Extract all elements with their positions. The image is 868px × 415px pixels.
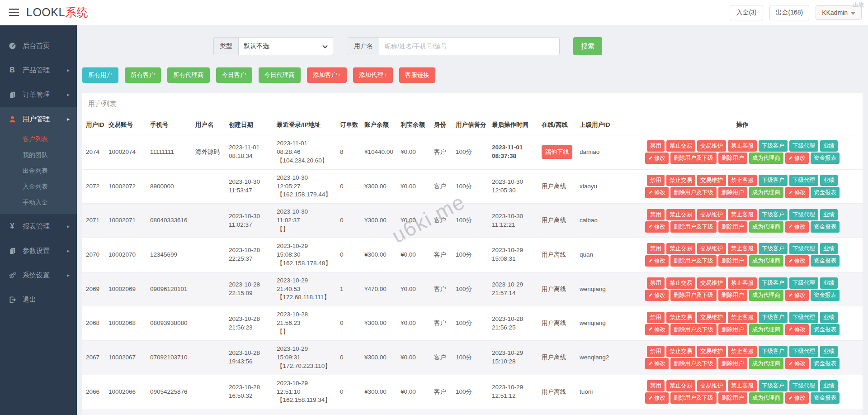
become-agent-button[interactable]: 成为代理商 [749,358,784,369]
ban-support-button[interactable]: 禁止客服 [728,346,757,357]
edit-user-button[interactable]: 修改 [645,153,669,164]
sub-agents-button[interactable]: 下级代理 [789,346,818,357]
delete-user-and-subs-button[interactable]: 删除用户及下级 [670,187,717,198]
sidebar-item-order-management[interactable]: 订单管理▸ [0,82,77,107]
sub-customers-button[interactable]: 下级客户 [759,380,788,391]
delete-user-button[interactable]: 删除用户 [718,290,747,301]
disable-user-button[interactable]: 禁用 [647,209,665,220]
sub-agents-button[interactable]: 下级代理 [789,277,818,289]
delete-user-button[interactable]: 删除用户 [718,324,747,335]
sub-customers-button[interactable]: 下级客户 [759,277,788,289]
delete-user-and-subs-button[interactable]: 删除用户及下级 [670,392,717,404]
edit-user-button[interactable]: 修改 [645,221,669,233]
username-input[interactable] [379,37,560,55]
become-agent-button[interactable]: 成为代理商 [749,255,784,267]
ban-support-button[interactable]: 禁止客服 [728,140,757,152]
edit-user-2-button[interactable]: 修改 [785,290,809,301]
become-agent-button[interactable]: 成为代理商 [749,324,784,335]
ban-trade-button[interactable]: 禁止交易 [666,175,695,186]
sub-agents-button[interactable]: 下级代理 [789,175,818,186]
ban-trade-button[interactable]: 禁止交易 [666,346,695,357]
sidebar-item-report-management[interactable]: ¥报表管理▸ [0,214,77,239]
ban-trade-button[interactable]: 禁止交易 [666,277,695,289]
support-link-button[interactable]: 客服链接 [399,67,435,83]
fund-report-button[interactable]: 资金报表 [811,324,840,335]
disable-user-button[interactable]: 禁用 [647,277,665,289]
edit-user-button[interactable]: 修改 [645,358,669,369]
delete-user-and-subs-button[interactable]: 删除用户及下级 [670,153,717,164]
sub-customers-button[interactable]: 下级客户 [759,346,788,357]
disable-user-button[interactable]: 禁用 [647,175,665,186]
sidebar-subitem-manual-deposit[interactable]: 手动入金 [0,195,77,210]
become-agent-button[interactable]: 成为代理商 [749,153,784,164]
edit-user-button[interactable]: 修改 [645,255,669,267]
sidebar-subitem-deposit-list[interactable]: 入金列表 [0,179,77,195]
edit-user-2-button[interactable]: 修改 [785,358,809,369]
ban-trade-button[interactable]: 禁止交易 [666,312,695,323]
ban-support-button[interactable]: 禁止客服 [728,175,757,186]
edit-user-button[interactable]: 修改 [645,187,669,198]
withdraw-button[interactable]: 出金(168) [769,5,810,20]
sidebar-subitem-customer-list[interactable]: 客户列表 [0,131,77,147]
trade-maintenance-button[interactable]: 交易维护 [697,243,726,254]
fund-report-button[interactable]: 资金报表 [811,290,840,301]
delete-user-and-subs-button[interactable]: 删除用户及下级 [670,324,717,335]
sub-customers-button[interactable]: 下级客户 [759,312,788,323]
kick-offline-button[interactable]: 踢他下线 [542,145,572,159]
ban-trade-button[interactable]: 禁止交易 [666,140,695,152]
disable-user-button[interactable]: 禁用 [647,312,665,323]
edit-user-2-button[interactable]: 修改 [785,255,809,267]
delete-user-button[interactable]: 删除用户 [718,392,747,404]
performance-button[interactable]: 业绩 [820,312,838,323]
sub-agents-button[interactable]: 下级代理 [789,380,818,391]
performance-button[interactable]: 业绩 [820,277,838,289]
delete-user-button[interactable]: 删除用户 [718,153,747,164]
sub-agents-button[interactable]: 下级代理 [789,243,818,254]
all-users-button[interactable]: 所有用户 [82,67,118,83]
edit-user-button[interactable]: 修改 [645,392,669,404]
today-customers-button[interactable]: 今日客户 [216,67,252,83]
ban-support-button[interactable]: 禁止客服 [728,380,757,391]
add-customer-button[interactable]: 添加客户+ [307,67,347,83]
ban-support-button[interactable]: 禁止客服 [728,209,757,220]
fund-report-button[interactable]: 资金报表 [811,221,840,233]
deposit-button[interactable]: 入金(3) [730,5,763,20]
sidebar-subitem-my-team[interactable]: 我的团队 [0,147,77,163]
trade-maintenance-button[interactable]: 交易维护 [697,312,726,323]
become-agent-button[interactable]: 成为代理商 [749,290,784,301]
sidebar-item-dashboard-home[interactable]: 后台首页 [0,33,77,58]
ban-trade-button[interactable]: 禁止交易 [666,380,695,391]
hamburger-menu-icon[interactable] [9,9,19,16]
delete-user-and-subs-button[interactable]: 删除用户及下级 [670,255,717,267]
sub-customers-button[interactable]: 下级客户 [759,209,788,220]
become-agent-button[interactable]: 成为代理商 [749,187,784,198]
sub-customers-button[interactable]: 下级客户 [759,243,788,254]
fund-report-button[interactable]: 资金报表 [811,358,840,369]
delete-user-button[interactable]: 删除用户 [718,358,747,369]
delete-user-and-subs-button[interactable]: 删除用户及下级 [670,358,717,369]
become-agent-button[interactable]: 成为代理商 [749,221,784,233]
all-agents-button[interactable]: 所有代理商 [167,67,210,83]
trade-maintenance-button[interactable]: 交易维护 [697,209,726,220]
disable-user-button[interactable]: 禁用 [647,346,665,357]
performance-button[interactable]: 业绩 [820,140,838,152]
edit-user-2-button[interactable]: 修改 [785,187,809,198]
ban-trade-button[interactable]: 禁止交易 [666,243,695,254]
ban-support-button[interactable]: 禁止客服 [728,277,757,289]
trade-maintenance-button[interactable]: 交易维护 [697,346,726,357]
add-agent-button[interactable]: 添加代理+ [353,67,393,83]
trade-maintenance-button[interactable]: 交易维护 [697,140,726,152]
edit-user-button[interactable]: 修改 [645,290,669,301]
sub-customers-button[interactable]: 下级客户 [759,140,788,152]
fund-report-button[interactable]: 资金报表 [811,255,840,267]
edit-user-2-button[interactable]: 修改 [785,221,809,233]
become-agent-button[interactable]: 成为代理商 [749,392,784,404]
sub-agents-button[interactable]: 下级代理 [789,140,818,152]
performance-button[interactable]: 业绩 [820,346,838,357]
disable-user-button[interactable]: 禁用 [647,140,665,152]
fund-report-button[interactable]: 资金报表 [811,392,840,404]
sidebar-item-parameter-settings[interactable]: 参数设置▸ [0,239,77,263]
performance-button[interactable]: 业绩 [820,175,838,186]
sidebar-item-product-management[interactable]: Ƀ产品管理▸ [0,58,77,82]
trade-maintenance-button[interactable]: 交易维护 [697,277,726,289]
